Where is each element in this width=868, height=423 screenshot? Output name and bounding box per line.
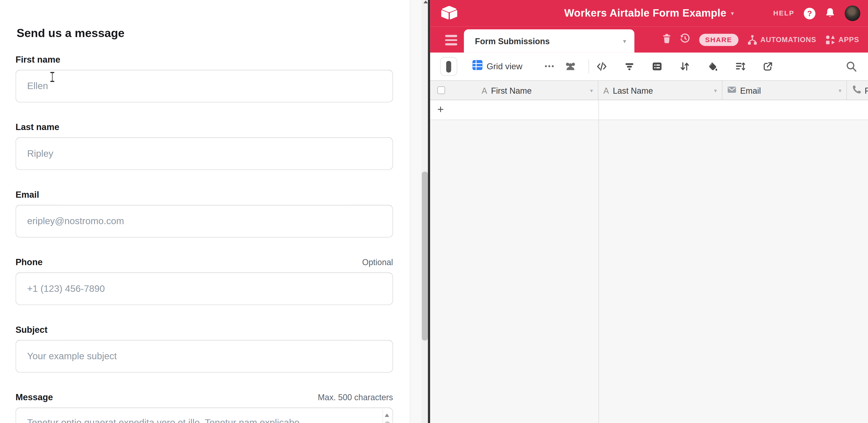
phone-note: Optional bbox=[362, 258, 393, 267]
phone-group: Phone Optional bbox=[16, 258, 393, 305]
topbar-actions: HELP ? bbox=[773, 0, 860, 27]
airtable-topbar: Workers Airtable Form Example ▾ HELP ? bbox=[430, 0, 868, 27]
scrollbar-up-arrow-icon[interactable] bbox=[423, 0, 428, 3]
apps-button[interactable]: APPS bbox=[825, 34, 859, 44]
notifications-bell-icon[interactable] bbox=[825, 7, 835, 20]
first-name-group: First name bbox=[16, 55, 393, 102]
base-title[interactable]: Workers Airtable Form Example bbox=[564, 7, 726, 19]
textarea-scrollbar[interactable] bbox=[382, 409, 392, 423]
view-sidebar-toggle-button[interactable] bbox=[440, 57, 457, 76]
column-caret-icon[interactable]: ▾ bbox=[714, 87, 717, 93]
view-more-icon[interactable]: ••• bbox=[545, 53, 555, 80]
toolbar-divider bbox=[589, 59, 589, 73]
message-textarea[interactable] bbox=[16, 407, 393, 423]
search-icon[interactable] bbox=[846, 61, 857, 74]
screenshot-root: Send us a message First name Last name E… bbox=[0, 0, 868, 423]
collaborators-icon[interactable] bbox=[565, 62, 577, 72]
row-height-icon[interactable] bbox=[735, 61, 745, 73]
last-name-label: Last name bbox=[16, 122, 59, 132]
select-all-checkbox[interactable] bbox=[437, 86, 445, 94]
column-caret-icon[interactable]: ▾ bbox=[590, 87, 593, 93]
automations-icon bbox=[747, 34, 757, 44]
first-name-input[interactable] bbox=[16, 70, 393, 102]
message-note: Max. 500 characters bbox=[318, 393, 393, 402]
view-toolbar: Grid view ••• bbox=[430, 53, 868, 80]
form-heading: Send us a message bbox=[17, 27, 124, 40]
page-scrollbar-gutter bbox=[410, 0, 429, 423]
column-caret-icon[interactable]: ▾ bbox=[839, 87, 841, 93]
airtable-menubar: Form Submissions ▾ bbox=[430, 27, 868, 53]
history-icon[interactable] bbox=[680, 33, 690, 46]
split-screen: Send us a message First name Last name E… bbox=[0, 0, 868, 423]
scroll-up-icon[interactable] bbox=[385, 414, 389, 417]
automations-button[interactable]: AUTOMATIONS bbox=[747, 34, 816, 44]
user-avatar[interactable] bbox=[845, 5, 860, 21]
grid-header-row: A First Name ▾ A Last Name ▾ Email ▾ bbox=[430, 80, 868, 100]
phone-input[interactable] bbox=[16, 272, 393, 305]
table-tab-form-submissions[interactable]: Form Submissions ▾ bbox=[464, 29, 634, 53]
group-icon[interactable] bbox=[652, 61, 662, 73]
sidebar-panel-icon bbox=[446, 61, 451, 72]
share-view-icon[interactable] bbox=[763, 61, 773, 73]
email-field-icon bbox=[727, 85, 737, 95]
email-group: Email bbox=[16, 190, 393, 238]
column-header-phone[interactable]: P bbox=[847, 81, 868, 100]
sort-icon[interactable] bbox=[680, 61, 690, 73]
trash-icon[interactable] bbox=[662, 34, 671, 46]
color-icon[interactable] bbox=[708, 61, 717, 73]
grid-view-icon bbox=[472, 60, 483, 72]
airtable-pane: Workers Airtable Form Example ▾ HELP ? F… bbox=[430, 0, 868, 423]
menubar-actions: SHARE AUTOMATIONS bbox=[662, 27, 859, 53]
base-title-caret-icon[interactable]: ▾ bbox=[731, 10, 734, 17]
add-row-plus-icon[interactable]: + bbox=[437, 103, 444, 116]
last-name-group: Last name bbox=[16, 122, 393, 170]
last-name-input[interactable] bbox=[16, 138, 393, 170]
window-divider bbox=[428, 0, 430, 423]
apps-icon bbox=[825, 34, 835, 44]
first-name-label: First name bbox=[16, 55, 60, 65]
page-scrollbar-thumb[interactable] bbox=[422, 172, 428, 341]
select-all-cell bbox=[430, 81, 476, 100]
contact-form-pane: Send us a message First name Last name E… bbox=[0, 0, 410, 423]
text-field-icon: A bbox=[482, 86, 487, 95]
subject-label: Subject bbox=[16, 325, 48, 335]
help-question-icon[interactable]: ? bbox=[804, 7, 815, 19]
column-header-last-name[interactable]: A Last Name ▾ bbox=[598, 81, 722, 100]
automations-label: AUTOMATIONS bbox=[761, 35, 816, 44]
add-row[interactable]: + bbox=[430, 100, 868, 120]
column-header-email[interactable]: Email ▾ bbox=[722, 81, 847, 100]
subject-group: Subject bbox=[16, 325, 393, 372]
table-tab-label: Form Submissions bbox=[475, 36, 550, 46]
view-name[interactable]: Grid view bbox=[487, 53, 523, 80]
table-tab-caret-icon[interactable]: ▾ bbox=[623, 37, 626, 44]
grid-column-gridline bbox=[598, 100, 599, 423]
hamburger-menu-icon[interactable] bbox=[445, 35, 457, 46]
phone-field-icon bbox=[852, 85, 861, 96]
message-group: Message Max. 500 characters bbox=[16, 393, 393, 423]
phone-label: Phone bbox=[16, 258, 42, 267]
filter-icon[interactable] bbox=[624, 61, 634, 73]
subject-input[interactable] bbox=[16, 340, 393, 372]
message-label: Message bbox=[16, 393, 53, 402]
email-input[interactable] bbox=[16, 205, 393, 238]
apps-label: APPS bbox=[838, 35, 859, 44]
hide-fields-icon[interactable] bbox=[597, 61, 607, 73]
help-button[interactable]: HELP bbox=[773, 9, 795, 17]
column-header-first-name[interactable]: A First Name ▾ bbox=[476, 81, 598, 100]
text-field-icon: A bbox=[603, 86, 609, 95]
text-cursor-icon bbox=[50, 72, 55, 82]
email-label: Email bbox=[16, 190, 39, 200]
share-button[interactable]: SHARE bbox=[699, 34, 738, 46]
textarea-scrollbar-thumb[interactable] bbox=[384, 421, 390, 423]
